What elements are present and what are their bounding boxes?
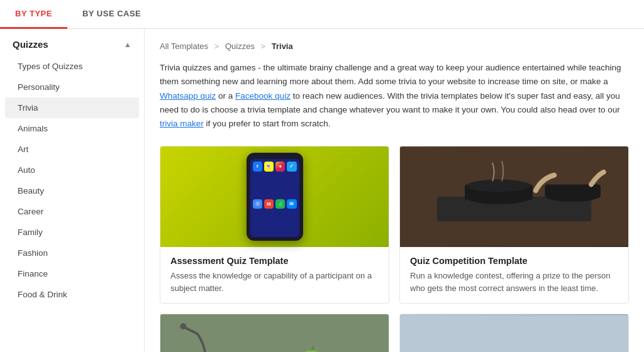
chevron-up-icon: ▲	[124, 40, 131, 49]
card-assessment-quiz[interactable]: f 👻 ● ✓ ☉ M ♫ ✉ Assessment Quiz Template	[160, 146, 389, 304]
card-image-cooking	[400, 146, 628, 247]
gmail-app-icon: M	[264, 199, 274, 209]
breadcrumb: All Templates > Quizzes > Trivia	[160, 41, 629, 51]
content-area: All Templates > Quizzes > Trivia Trivia …	[145, 29, 644, 352]
breadcrumb-quizzes[interactable]: Quizzes	[225, 41, 255, 51]
sidebar-item-auto[interactable]: Auto	[5, 160, 139, 180]
card-title-assessment: Assessment Quiz Template	[170, 256, 379, 266]
card-car-quiz[interactable]: Car Quiz Template Test automotive knowle…	[399, 314, 629, 352]
card-image-health	[160, 314, 389, 352]
facebook-quiz-link[interactable]: Facebook quiz	[235, 91, 291, 101]
page-description: Trivia quizzes and games - the ultimate …	[160, 61, 629, 131]
card-health-quiz[interactable]: Health Quiz Template Test health knowled…	[160, 314, 389, 352]
svg-rect-19	[400, 316, 628, 352]
sidebar-item-fashion[interactable]: Fashion	[5, 243, 139, 263]
card-image-phone: f 👻 ● ✓ ☉ M ♫ ✉	[160, 146, 389, 247]
chrome-app-icon: ☉	[253, 199, 262, 209]
phone-mockup: f 👻 ● ✓ ☉ M ♫ ✉	[247, 153, 303, 241]
tab-by-use-case[interactable]: BY USE CASE	[67, 0, 156, 29]
sidebar-item-career[interactable]: Career	[5, 201, 139, 222]
card-body-assessment: Assessment Quiz Template Assess the know…	[160, 247, 389, 303]
desc-text-after2: if you prefer to start from scratch.	[204, 119, 331, 128]
breadcrumb-all-templates[interactable]: All Templates	[160, 41, 208, 51]
card-grid: f 👻 ● ✓ ☉ M ♫ ✉ Assessment Quiz Template	[160, 146, 629, 352]
svg-point-4	[467, 180, 531, 192]
instagram-app-icon: ●	[275, 162, 285, 171]
card-desc-competition: Run a knowledge contest, offering a priz…	[410, 270, 618, 294]
health-svg	[160, 314, 389, 352]
sidebar-item-finance[interactable]: Finance	[5, 263, 139, 284]
sidebar-item-personality[interactable]: Personality	[5, 77, 139, 97]
spotify-app-icon: ♫	[275, 199, 285, 209]
twitter-app-icon: ✓	[287, 162, 296, 171]
sidebar-item-family[interactable]: Family	[5, 222, 139, 243]
desc-text-before: Trivia quizzes and games - the ultimate …	[160, 63, 621, 86]
breadcrumb-sep-1: >	[214, 41, 219, 51]
phone-screen: f 👻 ● ✓ ☉ M ♫ ✉	[250, 159, 299, 237]
sidebar-item-animals[interactable]: Animals	[5, 118, 139, 139]
sidebar-section-label: Quizzes	[13, 39, 48, 50]
card-body-competition: Quiz Competition Template Run a knowledg…	[400, 247, 628, 303]
snapchat-app-icon: 👻	[264, 162, 274, 171]
sidebar-item-trivia[interactable]: Trivia	[5, 97, 139, 118]
car-svg	[400, 314, 628, 352]
desc-text-middle: or a	[216, 91, 235, 101]
card-quiz-competition[interactable]: Quiz Competition Template Run a knowledg…	[399, 146, 629, 304]
top-navigation: BY TYPE BY USE CASE	[0, 0, 644, 29]
svg-point-16	[180, 324, 186, 330]
sidebar-item-beauty[interactable]: Beauty	[5, 180, 139, 201]
sidebar-item-food-drink[interactable]: Food & Drink	[5, 284, 139, 305]
breadcrumb-sep-2: >	[261, 41, 266, 51]
card-image-car	[400, 314, 628, 352]
tab-by-type[interactable]: BY TYPE	[0, 0, 67, 29]
trivia-maker-link[interactable]: trivia maker	[160, 119, 204, 128]
card-title-competition: Quiz Competition Template	[410, 256, 618, 266]
main-layout: Quizzes ▲ Types of Quizzes Personality T…	[0, 29, 644, 352]
facebook-app-icon: f	[253, 162, 262, 171]
whatsapp-quiz-link[interactable]: Whatsapp quiz	[160, 91, 216, 101]
card-desc-assessment: Assess the knowledge or capability of a …	[170, 270, 379, 294]
sidebar: Quizzes ▲ Types of Quizzes Personality T…	[0, 29, 145, 352]
sidebar-item-art[interactable]: Art	[5, 139, 139, 160]
sidebar-item-types-of-quizzes[interactable]: Types of Quizzes	[5, 56, 139, 77]
sidebar-section-quizzes[interactable]: Quizzes ▲	[0, 29, 144, 56]
messenger-app-icon: ✉	[287, 199, 296, 209]
breadcrumb-current: Trivia	[272, 41, 293, 51]
cooking-svg	[400, 146, 628, 247]
